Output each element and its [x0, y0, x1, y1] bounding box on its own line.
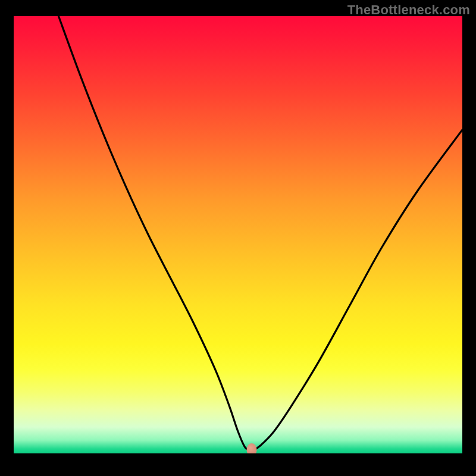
plot-area [14, 16, 462, 453]
chart-frame: TheBottleneck.com [0, 0, 476, 476]
bottleneck-curve [58, 16, 462, 450]
curve-svg [14, 16, 462, 453]
watermark-text: TheBottleneck.com [347, 2, 470, 18]
min-marker [246, 443, 256, 453]
